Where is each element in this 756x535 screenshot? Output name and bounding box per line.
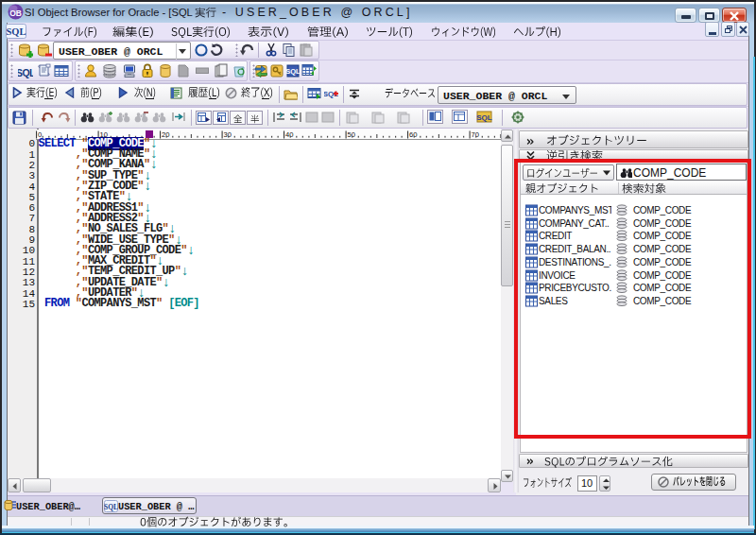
svg-text:SQL: SQL [104, 503, 118, 511]
svg-text:SQL: SQL [18, 67, 33, 78]
svg-text:20: 20 [162, 130, 169, 139]
svg-text:60: 60 [409, 130, 417, 139]
svg-text:SQL: SQL [285, 67, 301, 76]
svg-text:50: 50 [348, 130, 355, 139]
svg-text:70: 70 [472, 130, 479, 139]
svg-text:SQL: SQL [476, 113, 492, 122]
svg-text:30: 30 [224, 130, 232, 139]
svg-text:OB: OB [9, 9, 22, 18]
svg-text:SQL: SQL [6, 26, 26, 37]
svg-text:40: 40 [285, 130, 293, 139]
